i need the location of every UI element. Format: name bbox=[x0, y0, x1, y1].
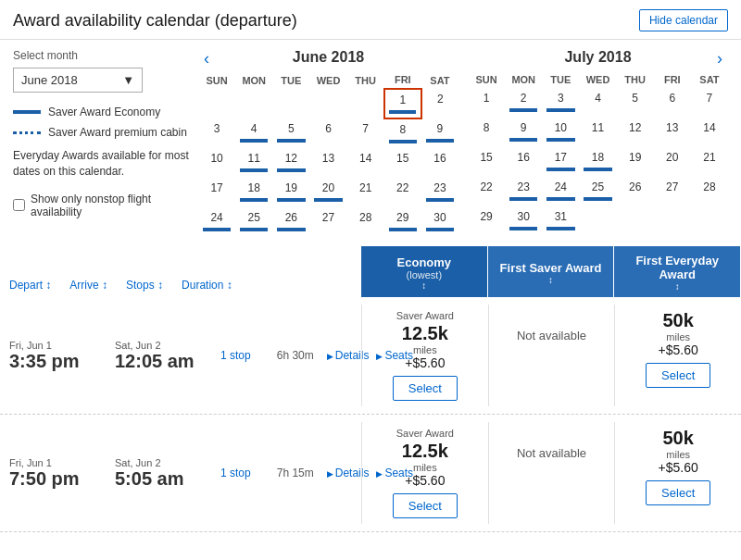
economy-select-button[interactable]: Select bbox=[393, 376, 458, 401]
calendar-day[interactable]: 16 bbox=[505, 147, 542, 177]
everyday-miles: 50k bbox=[662, 428, 693, 449]
calendar-day[interactable]: 8 bbox=[468, 118, 505, 147]
calendar-day[interactable]: 20 bbox=[654, 147, 691, 177]
june-day-sun: SUN bbox=[198, 71, 235, 89]
economy-miles: 12.5k bbox=[402, 441, 448, 462]
calendar-day[interactable]: 8 bbox=[384, 118, 421, 148]
duration: 7h 15m bbox=[277, 467, 314, 479]
calendar-day[interactable]: 3 bbox=[542, 88, 579, 118]
calendar-day[interactable]: 12 bbox=[272, 148, 309, 178]
economy-select-button[interactable]: Select bbox=[393, 493, 458, 518]
calendar-day[interactable]: 30 bbox=[421, 207, 458, 237]
calendar-day[interactable]: 31 bbox=[542, 206, 579, 236]
calendar-day[interactable]: 4 bbox=[579, 88, 616, 118]
calendar-day[interactable]: 17 bbox=[198, 178, 235, 207]
calendar-day[interactable]: 5 bbox=[617, 88, 654, 118]
calendar-day[interactable]: 18 bbox=[579, 147, 616, 177]
sort-stops[interactable]: Stops ↕ bbox=[126, 279, 163, 292]
calendar-day[interactable]: 22 bbox=[384, 178, 421, 207]
july-header: July 2018 › bbox=[468, 49, 728, 66]
calendar-day[interactable]: 21 bbox=[347, 178, 384, 207]
calendar-day[interactable]: 26 bbox=[617, 177, 654, 206]
calendar-day[interactable]: 11 bbox=[579, 118, 616, 147]
calendar-day[interactable]: 26 bbox=[272, 207, 309, 237]
calendar-day[interactable]: 28 bbox=[347, 207, 384, 237]
hide-calendar-button[interactable]: Hide calendar bbox=[639, 9, 728, 31]
calendar-day[interactable]: 1 bbox=[468, 88, 505, 118]
calendar-day[interactable]: 19 bbox=[272, 178, 309, 207]
calendar-day[interactable]: 9 bbox=[421, 118, 458, 148]
economy-award-type: Saver Award bbox=[396, 428, 454, 439]
calendar-day[interactable]: 5 bbox=[272, 118, 309, 148]
calendar-day[interactable]: 7 bbox=[347, 118, 384, 148]
calendar-day[interactable]: 13 bbox=[654, 118, 691, 147]
sort-arrive[interactable]: Arrive ↕ bbox=[69, 279, 107, 292]
flight-row: Fri, Jun 1 3:35 pm Sat, Jun 2 12:05 am 1… bbox=[0, 297, 741, 415]
calendar-day[interactable]: 1 bbox=[384, 89, 421, 118]
calendar-day[interactable]: 15 bbox=[468, 147, 505, 177]
everyday-select-button[interactable]: Select bbox=[646, 363, 710, 388]
calendar-day[interactable]: 2 bbox=[421, 89, 458, 118]
calendar-day[interactable]: 20 bbox=[309, 178, 346, 207]
calendar-day[interactable]: 6 bbox=[654, 88, 691, 118]
economy-award-type: Saver Award bbox=[396, 310, 454, 321]
calendar-day[interactable]: 23 bbox=[421, 178, 458, 207]
month-value: June 2018 bbox=[21, 73, 78, 87]
saver-sort-icon[interactable]: ↕ bbox=[548, 275, 553, 285]
calendar-day[interactable]: 19 bbox=[617, 147, 654, 177]
calendar-day[interactable]: 27 bbox=[654, 177, 691, 206]
arrive-time: 12:05 am bbox=[115, 351, 207, 372]
calendar-day[interactable]: 28 bbox=[691, 177, 728, 206]
flight-row: Fri, Jun 1 7:50 pm Sat, Jun 2 5:05 am 1 … bbox=[0, 415, 741, 532]
calendar-day[interactable]: 10 bbox=[542, 118, 579, 147]
everyday-select-button[interactable]: Select bbox=[646, 480, 710, 505]
calendar-day[interactable]: 21 bbox=[691, 147, 728, 177]
calendar-day[interactable]: 14 bbox=[347, 148, 384, 178]
june-title: June 2018 bbox=[198, 49, 458, 66]
page-title: Award availability calendar (departure) bbox=[13, 11, 297, 31]
calendar-day[interactable]: 13 bbox=[309, 148, 346, 178]
calendar-day[interactable]: 29 bbox=[384, 207, 421, 237]
calendar-day[interactable]: 25 bbox=[235, 207, 272, 237]
calendar-day[interactable]: 25 bbox=[579, 177, 616, 206]
calendar-day[interactable]: 6 bbox=[309, 118, 346, 148]
nonstop-checkbox[interactable] bbox=[13, 199, 25, 211]
calendar-day[interactable]: 2 bbox=[505, 88, 542, 118]
flight-info: Fri, Jun 1 7:50 pm Sat, Jun 2 5:05 am 1 … bbox=[0, 422, 361, 524]
calendar-day[interactable]: 9 bbox=[505, 118, 542, 147]
calendar-day[interactable]: 11 bbox=[235, 148, 272, 178]
calendar-day[interactable]: 16 bbox=[421, 148, 458, 178]
calendar-day bbox=[579, 206, 616, 236]
everyday-sort-icon[interactable]: ↕ bbox=[675, 281, 680, 292]
economy-cell: Saver Award 12.5k miles +$5.60 Select bbox=[361, 305, 488, 406]
calendar-day[interactable]: 18 bbox=[235, 178, 272, 207]
economy-fee: +$5.60 bbox=[405, 473, 445, 488]
sort-duration[interactable]: Duration ↕ bbox=[182, 279, 232, 292]
calendar-day[interactable]: 4 bbox=[235, 118, 272, 148]
results-area: Depart ↕ Arrive ↕ Stops ↕ Duration ↕ Eco… bbox=[0, 237, 741, 532]
month-dropdown[interactable]: June 2018 ▼ bbox=[13, 68, 143, 93]
calendar-day[interactable]: 10 bbox=[198, 148, 235, 178]
calendar-day[interactable]: 24 bbox=[198, 207, 235, 237]
nonstop-label: Show only nonstop flight availability bbox=[31, 193, 189, 218]
calendar-day[interactable]: 22 bbox=[468, 177, 505, 206]
calendar-day[interactable]: 24 bbox=[542, 177, 579, 206]
calendar-day[interactable]: 15 bbox=[384, 148, 421, 178]
calendar-day[interactable]: 27 bbox=[309, 207, 346, 237]
flight-rows-container: Fri, Jun 1 3:35 pm Sat, Jun 2 12:05 am 1… bbox=[0, 297, 741, 532]
everyday-label: First Everyday Award bbox=[620, 254, 735, 281]
calendar-day[interactable]: 17 bbox=[542, 147, 579, 177]
calendar-day[interactable]: 29 bbox=[468, 206, 505, 236]
next-month-button[interactable]: › bbox=[711, 49, 728, 68]
calendar-day[interactable]: 12 bbox=[617, 118, 654, 147]
calendar-day[interactable]: 3 bbox=[198, 118, 235, 148]
sort-depart[interactable]: Depart ↕ bbox=[9, 279, 51, 292]
calendar-day[interactable]: 7 bbox=[691, 88, 728, 118]
june-day-sat: SAT bbox=[421, 71, 458, 89]
july-day-mon: MON bbox=[505, 71, 542, 88]
calendar-day[interactable]: 30 bbox=[505, 206, 542, 236]
economy-sort-icon[interactable]: ↕ bbox=[421, 280, 426, 291]
calendar-day[interactable]: 14 bbox=[691, 118, 728, 147]
calendar-day[interactable]: 23 bbox=[505, 177, 542, 206]
prev-month-button[interactable]: ‹ bbox=[198, 49, 215, 68]
